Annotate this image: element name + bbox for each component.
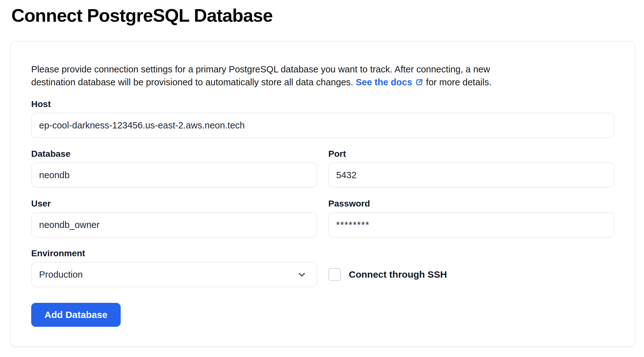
connection-form: Host Database Port User Password Environ… <box>31 99 614 327</box>
docs-link[interactable]: See the docs <box>356 77 423 87</box>
port-field[interactable] <box>328 162 614 188</box>
environment-select[interactable]: Production <box>31 262 317 287</box>
port-label: Port <box>328 149 614 159</box>
ssh-option-row[interactable]: Connect through SSH <box>328 262 614 287</box>
host-field-group: Host <box>31 99 614 138</box>
password-field[interactable] <box>328 212 614 237</box>
page-title: Connect PostgreSQL Database <box>11 4 644 26</box>
host-field[interactable] <box>31 113 614 138</box>
user-field[interactable] <box>31 212 317 237</box>
external-link-icon <box>415 78 423 87</box>
chevron-down-icon <box>297 269 307 280</box>
port-field-group: Port <box>328 149 614 188</box>
user-label: User <box>31 198 317 209</box>
database-field-group: Database <box>31 149 317 188</box>
connection-form-card: Please provide connection settings for a… <box>10 41 635 347</box>
description-after: for more details. <box>423 77 492 87</box>
ssh-checkbox-label[interactable]: Connect through SSH <box>349 269 447 280</box>
environment-field-group: Environment Production <box>31 248 317 287</box>
database-label: Database <box>31 149 317 159</box>
add-database-button[interactable]: Add Database <box>31 303 121 327</box>
database-field[interactable] <box>31 162 317 188</box>
submit-row: Add Database <box>31 303 614 327</box>
host-label: Host <box>31 99 614 110</box>
environment-selected-value: Production <box>39 269 83 280</box>
ssh-checkbox[interactable] <box>328 268 341 281</box>
docs-link-label[interactable]: See the docs <box>356 77 412 87</box>
environment-label: Environment <box>31 248 317 259</box>
user-field-group: User <box>31 198 317 237</box>
password-label: Password <box>328 198 614 209</box>
description-text: Please provide connection settings for a… <box>31 63 504 89</box>
password-field-group: Password <box>328 198 614 237</box>
